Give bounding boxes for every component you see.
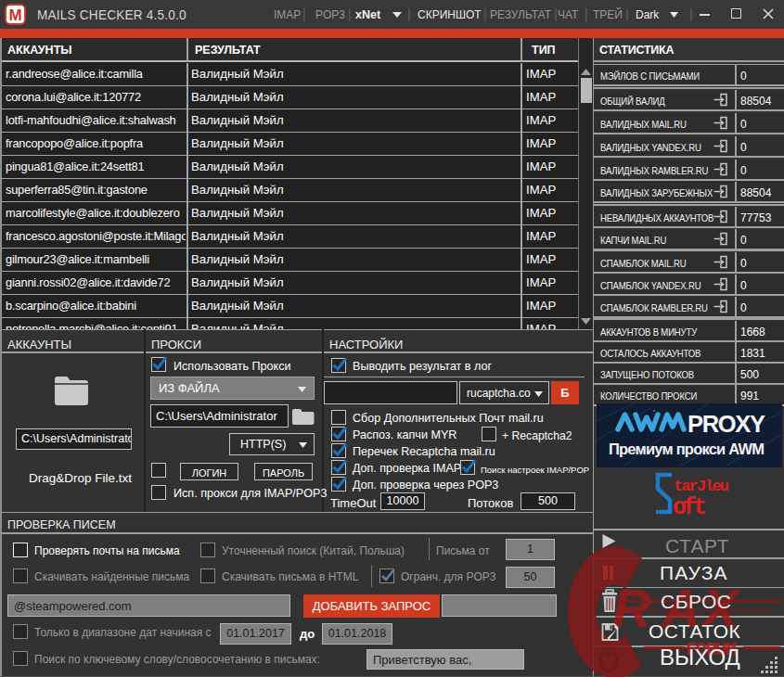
svg-text:PROXY: PROXY xyxy=(688,411,765,437)
svg-text:tarJleu: tarJleu xyxy=(674,478,729,495)
svg-text:oft: oft xyxy=(673,494,707,521)
svg-text:M: M xyxy=(8,6,21,24)
svg-text:Премиум прокси AWM: Премиум прокси AWM xyxy=(609,441,765,457)
